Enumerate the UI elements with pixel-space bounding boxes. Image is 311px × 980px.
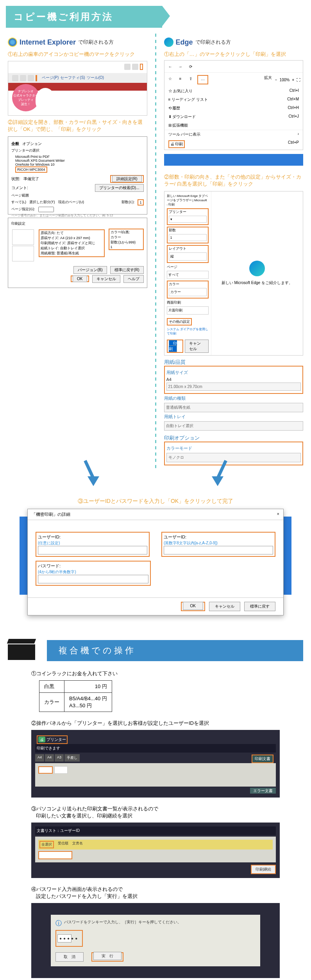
copies-input[interactable]: 1 (138, 199, 143, 206)
continue-print-button[interactable]: 印刷継続 (251, 865, 276, 874)
other-settings[interactable]: その他の設定 (169, 320, 190, 324)
tray-select[interactable]: 自動トレイ選択 (164, 421, 304, 431)
cancel-button[interactable]: キャンセル (209, 602, 240, 611)
ie-title: Internet Explorer (20, 38, 76, 46)
color-select[interactable]: カラー (169, 288, 207, 296)
err-button[interactable]: エラー文書 (250, 788, 276, 794)
pages-input[interactable] (38, 207, 54, 212)
panel-screenshot-2: 🖨 プリンター 印刷できます A4 A4 A3 手差し 印刷文書 エラー文書 (31, 730, 280, 798)
colormode-select[interactable]: モノクロ (166, 453, 301, 462)
ie-settings-dialog: 印刷設定 原稿方向: たて 原稿サイズ: A4 (210 x 297 mm) 印… (8, 218, 147, 288)
ie-icon (8, 38, 17, 47)
job-item[interactable] (38, 766, 53, 774)
ie-sub: で印刷される方 (78, 39, 114, 46)
zoom-out[interactable]: − (275, 78, 277, 82)
edge-print-button[interactable]: 印刷 (169, 340, 177, 352)
edge-step1: ①右上の「…」のマークをクリックし「印刷」を選択 (164, 51, 304, 58)
duplex-select[interactable]: 片面印刷 (167, 306, 209, 315)
reload-icon[interactable]: ⟳ (187, 63, 194, 70)
edge-heading: Edge で印刷される方 (164, 38, 304, 47)
read-icon[interactable]: ≡ (177, 75, 184, 82)
job-item[interactable] (54, 766, 68, 774)
tray-a3[interactable]: A3 (55, 754, 64, 762)
select-all-button[interactable]: 全選択 (39, 841, 54, 848)
doc-row[interactable] (38, 851, 72, 859)
more-icon[interactable]: ⋯ (199, 76, 206, 83)
tray-a4[interactable]: A4 (35, 754, 44, 762)
copies-input[interactable]: 1 (169, 234, 207, 241)
find-printer-button[interactable]: プリンターの検索(D)... (95, 184, 143, 192)
mfp-header: 複合機での操作 (8, 639, 303, 662)
copies-field[interactable]: 1 (111, 245, 142, 249)
userid2-input[interactable] (164, 546, 273, 554)
cancel-button[interactable]: キャンセル (92, 275, 120, 283)
ok-button[interactable]: OK (73, 275, 87, 282)
zoom-in[interactable]: + (292, 78, 294, 82)
edge-cancel-button[interactable]: キャンセル (185, 340, 209, 353)
edge-icon (164, 38, 173, 47)
info-icon: ⓘ (55, 919, 62, 928)
pw-cancel-button[interactable]: 取 消 (55, 952, 84, 962)
banner-text: コピー機ご利用方法 (14, 11, 113, 22)
printer-opt[interactable]: OneNote for Windows 10 (15, 163, 144, 166)
printer-tab-icon[interactable]: 🖨 (38, 737, 45, 742)
pages-select[interactable]: すべて (167, 271, 209, 279)
userid-input[interactable] (38, 546, 147, 554)
star-icon[interactable]: ☆ (167, 75, 174, 82)
ok-button[interactable]: OK (183, 602, 203, 610)
range-sel[interactable]: 選択した部分(T) (29, 200, 55, 205)
printer-opt[interactable]: Microsoft XPS Document Writer (15, 159, 144, 163)
blue-bar (164, 154, 304, 166)
edge-menu: ← → ⟳ ☆ ≡ ⇪ ⋯ 拡大 −100%+⛶ ☆ お気に入りCtrl+I ≡… (164, 60, 304, 150)
printer-selected[interactable]: RICOH MPC3004 (15, 166, 47, 173)
mfp-title: 複合機での操作 (47, 640, 303, 661)
edge-print-dialog: 新しい Microsoft Edge タブページをブラウザー | Microso… (164, 191, 304, 356)
tb-safety[interactable]: セーフティ(S) (60, 75, 85, 81)
sys-dialog-link[interactable]: システム ダイアログを使用して印刷 (167, 327, 209, 336)
tray-a4[interactable]: A4 (45, 754, 54, 762)
edge-logo-icon (249, 261, 265, 276)
fullscreen-icon[interactable]: ⛶ (297, 78, 300, 82)
mfp-step1: ①コインラックにお金を入れて下さい (31, 670, 280, 677)
page-title-banner: コピー機ご利用方法 (6, 6, 162, 28)
arrow-icon (212, 476, 223, 486)
range-all[interactable]: すべて(L) (11, 200, 26, 205)
range-cur[interactable]: 現在のページ(U) (58, 200, 84, 205)
close-icon[interactable]: × (277, 511, 279, 517)
mascot-icon (36, 88, 55, 111)
ie-screenshot-1: ページ(P) セーフティ(S) ツール(O) ナプレシオ 公式キャラクター プレ… (8, 61, 147, 116)
version-button[interactable]: バージョン(B) (73, 266, 107, 274)
share-icon[interactable]: ⇪ (187, 75, 194, 82)
edge-sub: で印刷される方 (195, 39, 231, 46)
star-icon[interactable] (132, 64, 138, 70)
tb-tools[interactable]: ツール(O) (87, 75, 104, 81)
tb-page[interactable]: ページ(P) (42, 75, 59, 81)
edge-column: Edge で印刷される方 ①右上の「…」のマークをクリックし「印刷」を選択 ← … (164, 34, 304, 469)
std-button[interactable]: 標準に戻す(R) (110, 266, 144, 274)
panel-screenshot-3: 文書リスト：ユーザーID 全選択 受信順 文書名 印刷継続 (31, 823, 280, 878)
layout-select[interactable]: 縦 (169, 252, 207, 261)
jobs-button[interactable]: 印刷文書 (252, 755, 273, 763)
edge-step2: ②部数・印刷の向き、また「その他の設定」からサイズ・カラー/ 白黒を選択し「印刷… (164, 173, 304, 188)
fwd-icon[interactable]: → (177, 63, 184, 70)
arrow-icon (88, 476, 99, 486)
help-button[interactable]: ヘルプ (123, 275, 144, 283)
size-select[interactable]: 21.00cm x 29.70cm (166, 383, 301, 391)
tray-manual[interactable]: 手差し (64, 754, 80, 762)
printer-select[interactable]: ▾ (169, 216, 207, 223)
pw-exec-button[interactable]: 実 行 (93, 952, 122, 960)
home2-icon[interactable] (12, 75, 18, 81)
pw-input[interactable]: ●●●●● (57, 934, 71, 942)
arrows (0, 469, 311, 494)
home-icon[interactable] (124, 64, 130, 70)
mail-icon[interactable] (28, 75, 34, 81)
back-icon[interactable]: ← (167, 63, 174, 70)
password-input[interactable] (38, 575, 148, 583)
reset-button[interactable]: 標準に戻す (244, 602, 275, 611)
login-dialog-wrap: 「機密印刷」の詳細 × ユーザーID: (任意に設定) ユーザーID: (英数字… (20, 509, 291, 615)
printer-opt[interactable]: Microsoft Print to PDF (15, 155, 144, 159)
type-select[interactable]: 普通紙/再生紙 (164, 403, 304, 412)
feed-icon[interactable] (20, 75, 26, 81)
detail-button[interactable]: 詳細設定(R) (112, 175, 142, 182)
edge-print-menu[interactable]: 印刷 (175, 142, 183, 146)
